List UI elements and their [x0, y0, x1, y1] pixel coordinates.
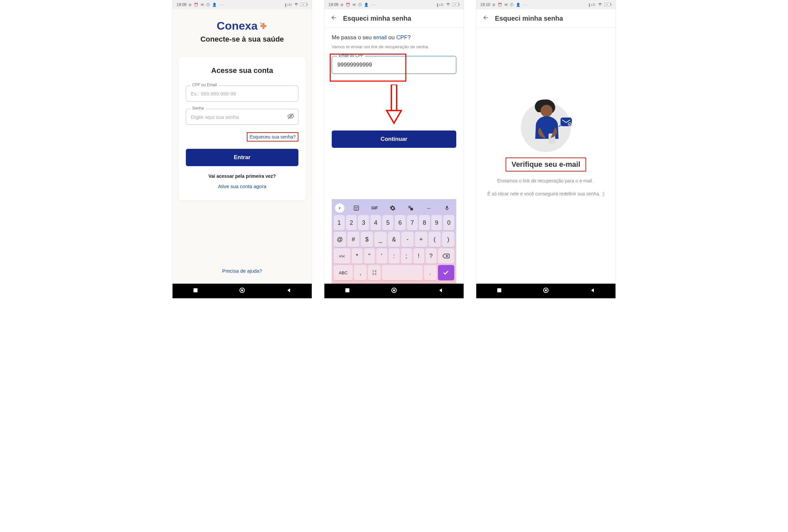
key-lparen[interactable]: ( — [429, 232, 441, 247]
key-4[interactable]: 4 — [370, 215, 381, 230]
kb-row-3: =\< * " ' : ; ! ? — [334, 248, 454, 264]
status-battery-icon: 3 — [452, 3, 460, 7]
nav-recent-icon[interactable] — [193, 288, 198, 294]
key-dollar[interactable]: $ — [361, 232, 373, 247]
svg-rect-11 — [459, 3, 459, 5]
key-abc[interactable]: ABC — [334, 265, 353, 280]
key-3[interactable]: 3 — [358, 215, 369, 230]
android-nav-bar — [173, 284, 312, 298]
eye-off-icon[interactable] — [287, 112, 294, 121]
key-7[interactable]: 7 — [407, 215, 418, 230]
key-plus[interactable]: + — [415, 232, 427, 247]
cpf-email-input[interactable] — [186, 85, 298, 102]
kb-row-2: @ # $ _ & - + ( ) — [334, 232, 454, 247]
svg-point-9 — [241, 289, 243, 291]
svg-text:3: 3 — [302, 3, 304, 6]
verify-msg-1: Enviamos o link de recuperação para o e-… — [497, 178, 595, 184]
kb-mic-icon[interactable] — [441, 203, 453, 213]
key-underscore[interactable]: _ — [374, 232, 387, 247]
key-8[interactable]: 8 — [419, 215, 430, 230]
forgot-password-link[interactable]: Esqueceu sua senha? — [247, 132, 298, 142]
cpf-email-label: CPF ou Email — [191, 83, 218, 87]
key-dot[interactable]: . — [424, 265, 437, 280]
nav-back-icon[interactable] — [590, 288, 595, 294]
prompt-post: ? — [408, 34, 411, 41]
svg-rect-17 — [446, 206, 448, 208]
password-input[interactable] — [186, 109, 298, 125]
nav-home-icon[interactable] — [543, 287, 549, 294]
keyboard: GIF ··· 1 2 3 4 5 6 7 8 9 0 — [332, 199, 456, 284]
nav-recent-icon[interactable] — [345, 288, 350, 294]
key-bang[interactable]: ! — [413, 248, 424, 264]
backspace-icon — [442, 253, 450, 259]
key-0[interactable]: 0 — [443, 215, 454, 230]
key-amp[interactable]: & — [388, 232, 400, 247]
key-semicolon[interactable]: ; — [401, 248, 412, 264]
kb-translate-icon[interactable] — [405, 203, 417, 213]
key-hash[interactable]: # — [347, 232, 360, 247]
key-at[interactable]: @ — [334, 232, 346, 247]
back-arrow-icon[interactable] — [482, 14, 490, 23]
first-time-text: Vai acessar pela primeira vez? — [186, 173, 298, 179]
key-space[interactable] — [382, 265, 422, 280]
key-colon[interactable]: : — [389, 248, 400, 264]
keyboard-toolbar: GIF ··· — [334, 201, 454, 215]
svg-point-24 — [540, 105, 553, 117]
status-signal-icon: ‖ıll — [589, 3, 596, 7]
status-battery-icon: 3 — [604, 3, 611, 7]
key-squote[interactable]: ' — [376, 248, 387, 264]
kb-sticker-icon[interactable] — [350, 203, 362, 213]
key-comma[interactable]: , — [354, 265, 367, 280]
nav-recent-icon[interactable] — [497, 288, 502, 294]
nav-back-icon[interactable] — [438, 288, 443, 294]
key-minus[interactable]: - — [401, 232, 414, 247]
svg-rect-14 — [354, 206, 359, 210]
kb-settings-icon[interactable] — [387, 203, 399, 213]
prompt-pre: Me passa o seu — [332, 34, 373, 41]
key-2[interactable]: 2 — [346, 215, 357, 230]
nav-home-icon[interactable] — [391, 287, 397, 294]
key-rparen[interactable]: ) — [442, 232, 454, 247]
prompt-cpf-word: CPF — [396, 34, 408, 41]
card-title: Acesse sua conta — [186, 66, 298, 75]
prompt-email-word: email — [373, 34, 387, 41]
key-symbols[interactable]: =\< — [334, 248, 350, 264]
kb-row-1: 1 2 3 4 5 6 7 8 9 0 — [334, 215, 454, 230]
key-backspace[interactable] — [438, 248, 455, 264]
kb-more-icon[interactable]: ··· — [423, 203, 435, 213]
svg-point-30 — [545, 289, 547, 291]
email-cpf-label: Email ou CPF — [337, 53, 365, 58]
key-5[interactable]: 5 — [382, 215, 393, 230]
nav-back-icon[interactable] — [286, 288, 291, 294]
kb-gif-button[interactable]: GIF — [369, 203, 381, 213]
login-button[interactable]: Entrar — [186, 149, 298, 166]
key-enter[interactable] — [438, 265, 454, 280]
status-bar: 19:10 ⊘ ⏰ ✉ ⓕ 👤 ··· ‖ıll 3 — [476, 0, 615, 9]
status-bar: 19:09 ⊘ ⏰ ✉ ⓕ 👤 ··· ‖ıll 3 — [173, 0, 312, 9]
status-time: 19:09 — [328, 2, 338, 7]
key-numpad[interactable]: 1 2 3 4 — [368, 265, 381, 280]
nav-home-icon[interactable] — [239, 287, 245, 294]
kb-row-4: ABC , 1 2 3 4 . — [334, 265, 454, 280]
help-link[interactable]: Precisa de ajuda? — [173, 258, 312, 284]
key-6[interactable]: 6 — [395, 215, 406, 230]
key-dquote[interactable]: " — [364, 248, 375, 264]
check-icon — [442, 269, 449, 276]
key-9[interactable]: 9 — [431, 215, 442, 230]
svg-point-16 — [357, 207, 358, 208]
activate-account-link[interactable]: Ative sua conta agora — [186, 183, 298, 189]
back-arrow-icon[interactable] — [330, 14, 338, 23]
email-cpf-input[interactable] — [332, 56, 456, 74]
continue-button[interactable]: Continuar — [332, 130, 456, 148]
key-1[interactable]: 1 — [334, 215, 345, 230]
kb-collapse-icon[interactable] — [335, 203, 344, 213]
svg-text:3: 3 — [454, 3, 456, 6]
key-question[interactable]: ? — [426, 248, 437, 264]
status-wifi-icon — [294, 3, 298, 7]
appbar: Esqueci minha senha — [324, 9, 464, 28]
cpf-email-field: CPF ou Email — [186, 85, 298, 102]
svg-rect-18 — [346, 288, 349, 292]
svg-point-15 — [355, 207, 356, 208]
key-star[interactable]: * — [352, 248, 363, 264]
status-time: 19:10 — [480, 2, 490, 7]
